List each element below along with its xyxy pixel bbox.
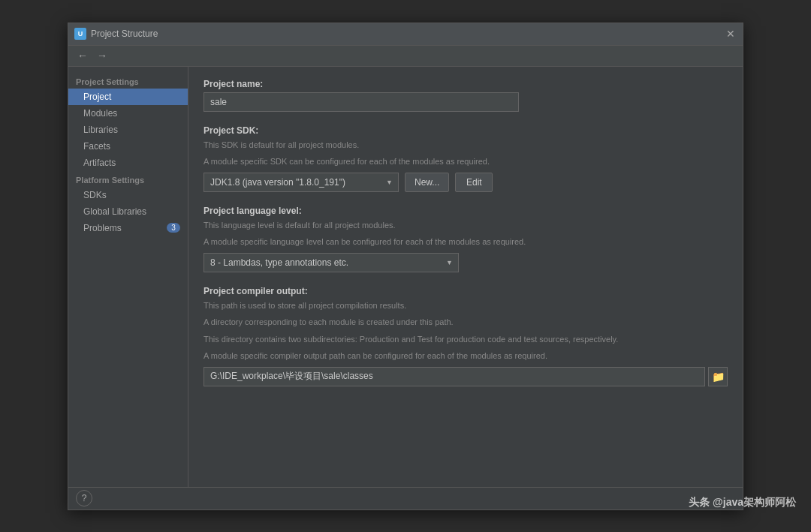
back-button[interactable]: ← bbox=[74, 48, 91, 63]
sidebar-item-problems[interactable]: Problems 3 bbox=[68, 220, 188, 236]
title-bar: U Project Structure ✕ bbox=[68, 23, 743, 46]
compiler-output-input[interactable] bbox=[204, 367, 705, 386]
app-icon: U bbox=[74, 28, 86, 40]
project-language-level-desc2: A module specific language level can be … bbox=[204, 236, 728, 248]
new-sdk-button[interactable]: New... bbox=[405, 173, 449, 192]
main-content: Project Settings Project Modules Librari… bbox=[68, 67, 743, 487]
sidebar-item-facets[interactable]: Facets bbox=[68, 138, 188, 155]
sidebar-item-sdks[interactable]: SDKs bbox=[68, 187, 188, 203]
project-sdk-group: Project SDK: This SDK is default for all… bbox=[204, 125, 728, 192]
project-compiler-output-desc4: A module specific compiler output path c… bbox=[204, 350, 728, 362]
project-language-level-label: Project language level: bbox=[204, 206, 728, 216]
browse-folder-button[interactable]: 📁 bbox=[708, 367, 728, 386]
outer-wrapper: U Project Structure ✕ ← → Project Settin… bbox=[0, 0, 811, 532]
project-name-group: Project name: bbox=[204, 79, 728, 112]
project-compiler-output-label: Project compiler output: bbox=[204, 286, 728, 296]
sdk-row: JDK1.8 (java version "1.8.0_191") New...… bbox=[204, 173, 728, 192]
project-name-label: Project name: bbox=[204, 79, 728, 89]
project-name-input[interactable] bbox=[204, 92, 519, 112]
project-compiler-output-desc2: A directory corresponding to each module… bbox=[204, 316, 728, 329]
sdk-select-wrapper: JDK1.8 (java version "1.8.0_191") bbox=[204, 173, 399, 192]
dialog-title: Project Structure bbox=[91, 29, 725, 39]
toolbar: ← → bbox=[68, 46, 743, 67]
problems-label: Problems bbox=[83, 223, 122, 233]
compiler-output-row: 📁 bbox=[204, 367, 728, 386]
project-compiler-output-desc3: This directory contains two subdirectori… bbox=[204, 333, 728, 346]
sidebar-item-artifacts[interactable]: Artifacts bbox=[68, 155, 188, 171]
sdk-select[interactable]: JDK1.8 (java version "1.8.0_191") bbox=[204, 173, 399, 192]
project-language-level-desc1: This language level is default for all p… bbox=[204, 219, 728, 232]
project-compiler-output-group: Project compiler output: This path is us… bbox=[204, 286, 728, 386]
close-button[interactable]: ✕ bbox=[725, 28, 737, 40]
sidebar-item-libraries[interactable]: Libraries bbox=[68, 122, 188, 138]
content-panel: Project name: Project SDK: This SDK is d… bbox=[188, 67, 743, 487]
project-sdk-label: Project SDK: bbox=[204, 125, 728, 136]
watermark-text: 头条 @java架构师阿松 bbox=[689, 496, 796, 509]
bottom-bar: ? bbox=[68, 487, 743, 509]
project-settings-label: Project Settings bbox=[68, 73, 188, 89]
sidebar-item-project[interactable]: Project bbox=[68, 89, 188, 105]
folder-icon: 📁 bbox=[712, 371, 725, 383]
language-level-select-wrapper: 8 - Lambdas, type annotations etc. bbox=[204, 253, 459, 272]
project-compiler-output-desc1: This path is used to store all project c… bbox=[204, 299, 728, 312]
help-button[interactable]: ? bbox=[76, 490, 92, 506]
project-structure-dialog: U Project Structure ✕ ← → Project Settin… bbox=[68, 23, 743, 510]
project-sdk-desc1: This SDK is default for all project modu… bbox=[204, 139, 728, 152]
platform-settings-label: Platform Settings bbox=[68, 171, 188, 187]
sidebar: Project Settings Project Modules Librari… bbox=[68, 67, 188, 487]
forward-button[interactable]: → bbox=[94, 48, 110, 63]
problems-badge: 3 bbox=[167, 223, 180, 233]
project-sdk-desc2: A module specific SDK can be configured … bbox=[204, 155, 728, 168]
sidebar-item-modules[interactable]: Modules bbox=[68, 105, 188, 122]
project-language-level-group: Project language level: This language le… bbox=[204, 206, 728, 272]
language-level-select[interactable]: 8 - Lambdas, type annotations etc. bbox=[204, 253, 459, 272]
edit-sdk-button[interactable]: Edit bbox=[455, 173, 493, 192]
sidebar-item-global-libraries[interactable]: Global Libraries bbox=[68, 203, 188, 220]
